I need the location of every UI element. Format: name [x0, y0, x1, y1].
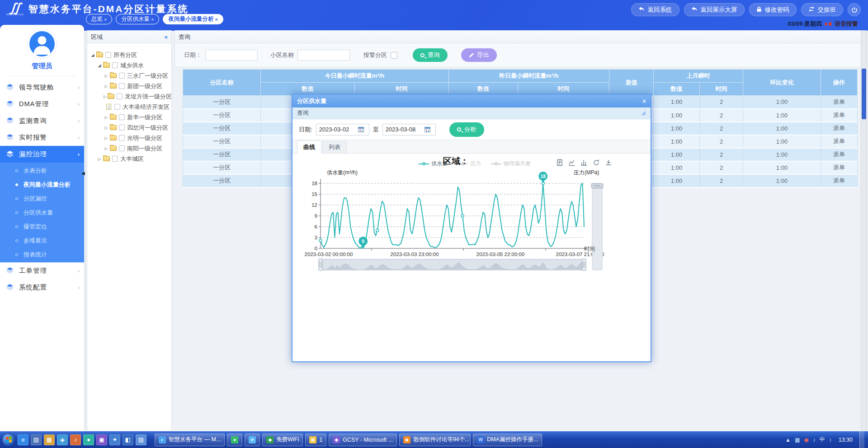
quick-launch-icon[interactable]: ● [83, 434, 94, 445]
sidebar-item-实时报警[interactable]: 实时报警› [0, 129, 84, 146]
submenu-item-报表统计[interactable]: 报表统计 [0, 247, 84, 261]
header-button-返回展示大屏[interactable]: 返回展示大屏 [684, 3, 745, 16]
dispatch-link[interactable]: 派单 [833, 177, 845, 184]
col-header[interactable]: 环比变化 [743, 70, 821, 96]
sidebar-item-漏控治理[interactable]: 漏控治理› [0, 146, 84, 163]
sidebar-item-领导驾驶舱[interactable]: 领导驾驶舱› [0, 79, 84, 96]
collapsed-icon[interactable]: ▷ [104, 115, 109, 120]
taskbar-clock[interactable]: 13:30 [836, 437, 855, 443]
collapsed-icon[interactable]: ▷ [97, 157, 102, 161]
show-desktop-button[interactable] [859, 431, 864, 448]
calendar-icon[interactable] [358, 127, 364, 132]
tree-node-光明一级分区[interactable]: ▷光明一级分区 [90, 133, 170, 143]
tree-node-新丰一级分区[interactable]: ▷新丰一级分区 [90, 112, 170, 122]
sub-col-header[interactable]: 数值 [654, 83, 700, 96]
task-button-GCSY - Microsoft ...[interactable]: ◆GCSY - Microsoft ... [329, 434, 397, 446]
quick-launch-icon[interactable]: ▤ [136, 434, 146, 445]
export-button[interactable]: 导出 [461, 48, 497, 62]
col-header[interactable]: 差值 [609, 70, 654, 96]
panel-collapse-icon[interactable]: « [165, 33, 168, 40]
quick-launch-icon[interactable]: ▣ [96, 434, 107, 445]
panel-resize-icon[interactable] [641, 111, 646, 116]
tree-checkbox[interactable] [117, 93, 123, 99]
collapsed-icon[interactable]: ▷ [104, 136, 109, 140]
tab-close-icon[interactable]: × [215, 17, 217, 22]
tree-checkbox[interactable] [119, 145, 125, 151]
sidebar-item-监测查询[interactable]: 监测查询› [0, 112, 84, 129]
tab-close-icon[interactable]: × [151, 17, 154, 22]
tree-node-龙堤方强一级分区[interactable]: ▷龙堤方强一级分区 [90, 91, 170, 102]
expanded-icon[interactable]: ◢ [90, 53, 95, 57]
dialog-titlebar[interactable]: 分区供水量 × [292, 95, 651, 107]
tree-node-大丰城区[interactable]: ▷大丰城区 [90, 154, 170, 164]
tree-node-新团一级分区[interactable]: ▷新团一级分区 [90, 81, 170, 91]
quick-launch-icon[interactable]: ◈ [57, 434, 68, 445]
submenu-item-爆管定位[interactable]: 爆管定位 [0, 219, 84, 233]
tab-夜间最小流量分析[interactable]: 夜间最小流量分析× [163, 14, 223, 24]
tree-node-所有分区[interactable]: ◢所有分区 [90, 50, 170, 60]
dispatch-link[interactable]: 派单 [833, 138, 845, 145]
tree-node-三水厂一级分区[interactable]: ▷三水厂一级分区 [90, 70, 170, 81]
dispatch-link[interactable]: 派单 [833, 98, 845, 105]
close-icon[interactable]: × [642, 98, 646, 105]
calendar-icon[interactable] [425, 127, 430, 132]
search-button[interactable]: 查询 [413, 48, 448, 62]
header-button-修改密码[interactable]: 修改密码 [749, 3, 797, 16]
submenu-item-水表分析[interactable]: 水表分析 [0, 163, 84, 177]
datazoom-vertical-slider[interactable] [591, 183, 603, 270]
tree-checkbox[interactable] [114, 104, 120, 110]
scrollbar-thumb[interactable] [862, 69, 866, 119]
sidebar-item-工单管理[interactable]: 工单管理› [0, 262, 84, 279]
quick-launch-icon[interactable]: ▤ [31, 434, 42, 445]
quick-launch-icon[interactable]: ◧ [123, 434, 133, 445]
tab-curve[interactable]: 曲线 [297, 140, 321, 154]
sidebar-item-DMA管理[interactable]: DMA管理› [0, 96, 84, 112]
tray-icon[interactable]: ♪ [813, 437, 816, 443]
col-group-header[interactable]: 今日最小瞬时流量m³/h [261, 70, 449, 83]
task-button-智慧水务平台 — M...[interactable]: ◐智慧水务平台 — M... [155, 434, 225, 446]
analyze-button[interactable]: 分析 [449, 122, 484, 137]
tree-node-大丰港经济开发区[interactable]: 大丰港经济开发区 [90, 102, 170, 112]
task-button-app[interactable]: ● [227, 434, 242, 446]
task-button-1[interactable]: ▦1 [305, 434, 326, 446]
task-button-免费WiFi[interactable]: ◆免费WiFi [262, 434, 303, 446]
date-input[interactable] [205, 50, 258, 61]
submenu-item-多维展示[interactable]: 多维展示 [0, 233, 84, 247]
tree-checkbox[interactable] [105, 52, 111, 58]
col-header[interactable]: 分区名称 [183, 70, 261, 96]
task-button-DMA漏控操作手册...[interactable]: WDMA漏控操作手册... [473, 434, 542, 446]
submenu-item-夜间最小流量分析[interactable]: 夜间最小流量分析 [0, 177, 84, 191]
supply-chart[interactable]: 0369121518供水量(m³/h)压力(MPa)2023-03-02 00:… [302, 166, 618, 279]
tree-checkbox[interactable] [119, 83, 125, 89]
submenu-item-分区供水量[interactable]: 分区供水量 [0, 205, 84, 219]
tab-list[interactable]: 列表 [322, 141, 347, 153]
tray-icon[interactable]: 中 [820, 436, 825, 443]
quick-launch-icon[interactable]: ✦ [109, 434, 120, 445]
date-to-input[interactable] [383, 126, 425, 133]
date-to-field[interactable] [382, 124, 436, 135]
date-from-field[interactable] [316, 124, 369, 135]
collapsed-icon[interactable]: ▷ [104, 94, 107, 99]
start-button[interactable] [2, 433, 15, 447]
tab-close-icon[interactable]: × [104, 17, 107, 22]
tree-checkbox[interactable] [119, 114, 125, 120]
tree-node-城乡供水[interactable]: ◢城乡供水 [90, 60, 170, 70]
alarm-zone-checkbox[interactable] [391, 52, 397, 59]
tree-node-四岔河一级分区[interactable]: ▷四岔河一级分区 [90, 122, 170, 133]
col-header[interactable]: 操作 [821, 70, 858, 96]
tree-checkbox[interactable] [119, 135, 125, 141]
vertical-scrollbar[interactable] [861, 30, 867, 431]
dispatch-link[interactable]: 派单 [833, 112, 845, 118]
col-group-header[interactable]: 上月瞬时 [654, 70, 743, 83]
quick-launch-icon[interactable]: ♪ [70, 434, 81, 445]
task-button-app[interactable]: ➤ [245, 434, 260, 446]
tree-checkbox[interactable] [112, 156, 118, 162]
dispatch-link[interactable]: 派单 [833, 164, 845, 171]
submenu-item-分区漏控[interactable]: 分区漏控 [0, 191, 84, 205]
tree-node-南阳一级分区[interactable]: ▷南阳一级分区 [90, 143, 170, 154]
tray-icon[interactable]: ◉ [804, 437, 808, 443]
community-input[interactable] [297, 50, 350, 61]
task-button-散倒软件讨论等94个...[interactable]: ◉散倒软件讨论等94个... [399, 434, 471, 446]
quick-launch-icon[interactable]: e [18, 434, 28, 445]
tray-icon[interactable]: ↕ [829, 437, 832, 443]
